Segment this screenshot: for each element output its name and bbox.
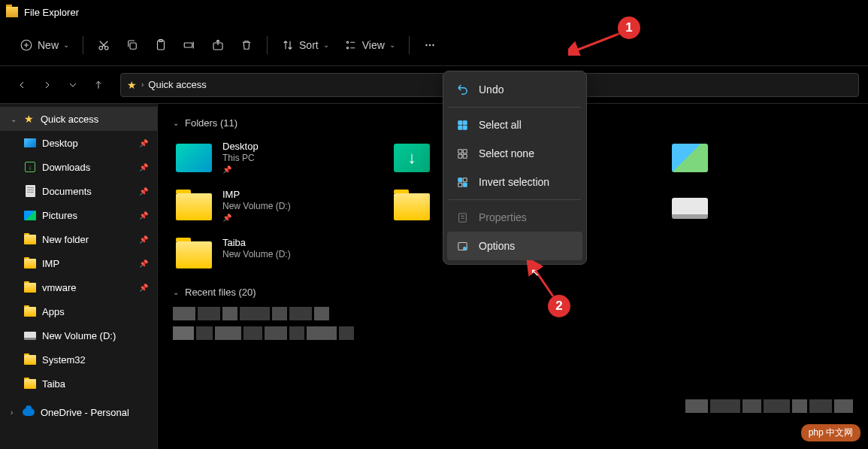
svg-rect-18 [463,149,467,153]
pic-icon [23,211,38,220]
folder-info: IMP New Volume (D:) 📌 [222,189,291,222]
sidebar-onedrive[interactable]: › OneDrive - Personal [0,400,157,424]
desktop-icon [23,138,38,147]
folder-icon [23,379,38,389]
recent-button[interactable] [60,72,86,98]
svg-point-8 [346,41,348,43]
separator [83,36,83,54]
sidebar-item[interactable]: System32 [0,347,157,372]
view-button[interactable]: View ⌄ [337,34,403,56]
menu-label: Undo [479,83,504,96]
folder-icon [23,355,38,365]
folder-item[interactable] [669,138,705,177]
sidebar-item[interactable]: Apps [0,299,157,323]
svg-rect-20 [463,154,467,158]
options-icon [455,238,470,253]
copy-button[interactable] [118,34,147,56]
separator [409,36,410,54]
paste-button[interactable] [147,34,175,56]
folder-item[interactable]: Taiba New Volume (D:) [173,234,361,272]
folder-icon [23,283,38,293]
new-button[interactable]: New ⌄ [12,34,77,56]
app-icon [6,7,18,17]
sort-button[interactable]: Sort ⌄ [274,34,337,56]
recent-files-blurred-right [685,393,853,419]
menu-options[interactable]: Options [447,232,582,260]
folder-item[interactable]: Desktop This PC 📌 [173,138,361,177]
folder-name: Desktop [222,141,259,152]
sidebar-label: IMP [42,258,59,269]
folder-item[interactable] [391,186,421,225]
svg-rect-15 [458,126,461,129]
sidebar-label: New Volume (D:) [42,330,116,341]
forward-button[interactable] [35,72,60,98]
cloud-icon [21,408,36,416]
breadcrumb-separator: › [141,80,144,89]
rename-button[interactable] [175,34,204,56]
drive-icon [23,332,38,340]
sidebar-item[interactable]: New folder📌 [0,227,157,251]
share-button[interactable] [204,34,232,56]
new-label: New [38,39,59,51]
pin-icon: 📌 [139,235,148,244]
breadcrumb-current: Quick access [148,79,206,90]
folder-name: Taiba [222,237,291,248]
chevron-down-icon: ⌄ [389,41,395,49]
select-none-icon [455,146,470,161]
more-button[interactable] [416,34,444,56]
pin-icon: 📌 [222,165,259,174]
star-icon: ★ [21,113,36,125]
pin-icon: 📌 [139,139,148,147]
sidebar-item[interactable]: IMP📌 [0,251,157,275]
sidebar-item[interactable]: vmware📌 [0,275,157,299]
navbar: ★ › Quick access [0,66,868,104]
pin-icon: 📌 [139,163,148,171]
download-icon [23,162,38,172]
separator [267,36,268,54]
svg-point-10 [425,44,427,45]
sidebar-item[interactable]: Documents📌 [0,179,157,203]
sidebar-item[interactable]: Desktop📌 [0,131,157,155]
section-recent[interactable]: ⌄ Recent files (20) [173,287,853,298]
chevron-down-icon: ⌄ [63,41,69,49]
sidebar-item[interactable]: New Volume (D:) [0,323,157,347]
cursor-icon: ↖ [531,266,540,278]
sidebar-item[interactable]: Pictures📌 [0,203,157,227]
doc-icon [23,185,38,197]
sidebar-item[interactable]: Taiba [0,372,157,396]
sidebar-quick-access[interactable]: ⌄ ★ Quick access [0,107,157,131]
desktop-icon [176,144,212,172]
svg-rect-14 [463,120,467,124]
sidebar-label: OneDrive - Personal [41,407,129,418]
menu-properties: Properties [447,203,582,232]
folder-item[interactable]: IMP New Volume (D:) 📌 [173,186,361,225]
menu-invert-selection[interactable]: Invert selection [447,168,582,196]
folder-item[interactable] [391,138,421,177]
folder-item[interactable] [669,186,705,225]
menu-label: Properties [479,211,527,223]
invert-icon [455,174,470,190]
drive-icon [672,198,708,219]
sidebar-label: Desktop [42,138,78,149]
sidebar-label: Downloads [42,162,90,173]
cut-button[interactable] [89,34,118,56]
expand-icon: ⌄ [11,115,21,123]
sidebar-label: System32 [42,354,86,366]
menu-label: Invert selection [479,176,549,188]
back-button[interactable] [9,72,35,98]
folder-info: Taiba New Volume (D:) [222,237,291,259]
menu-select-none[interactable]: Select none [447,139,582,168]
delete-button[interactable] [232,34,261,56]
svg-rect-17 [458,149,461,153]
sidebar-item[interactable]: Downloads📌 [0,155,157,179]
toolbar: New ⌄ Sort ⌄ View ⌄ [0,24,868,66]
sort-label: Sort [299,39,319,51]
svg-rect-22 [463,177,467,181]
sidebar-label: New folder [42,234,89,245]
menu-select-all[interactable]: Select all [447,111,582,139]
folder-icon [394,193,430,220]
menu-undo[interactable]: Undo [447,75,582,104]
select-all-icon [455,117,470,132]
up-button[interactable] [86,72,111,98]
svg-rect-13 [458,120,461,124]
